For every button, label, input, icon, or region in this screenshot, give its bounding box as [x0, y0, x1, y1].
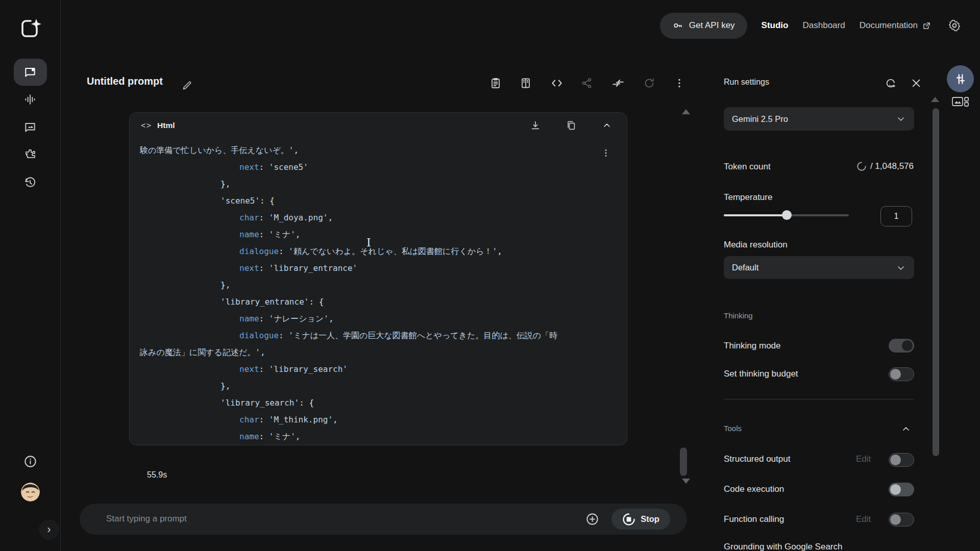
toggle-switch[interactable]	[889, 453, 914, 467]
run-settings-title: Run settings	[724, 78, 769, 87]
setting-label: Structured output	[724, 454, 790, 464]
system-instructions-icon[interactable]	[487, 74, 504, 92]
thinking-section-label: Thinking	[724, 311, 753, 320]
edit-title-icon[interactable]	[178, 77, 195, 94]
temperature-slider[interactable]	[724, 214, 849, 216]
code-line: next: 'library_search'	[130, 361, 627, 378]
setting-label: Set thinking budget	[724, 369, 798, 379]
code-line: 験の準備で忙しいから、手伝えないぞ。',	[130, 142, 627, 159]
code-lang-icon: <>	[141, 121, 152, 130]
code-line: dialogue: '頼んでないわよ。それじゃ、私は図書館に行くから！',	[130, 243, 627, 260]
panel-scrollbar-thumb[interactable]	[933, 108, 939, 456]
info-icon[interactable]	[20, 451, 40, 471]
temperature-slider-thumb[interactable]	[782, 210, 792, 220]
stop-button[interactable]: Stop	[611, 509, 670, 530]
media-resolution-label: Media resolution	[724, 240, 788, 250]
sidebar-item-build[interactable]	[20, 144, 40, 164]
code-line: },	[130, 176, 627, 192]
ai-studio-logo[interactable]	[17, 17, 43, 42]
code-line: 'library_search': {	[130, 394, 627, 411]
main-scrollbar-thumb[interactable]	[680, 447, 687, 476]
media-resolution-value: Default	[732, 263, 896, 272]
settings-gear-icon[interactable]	[946, 17, 963, 34]
text-cursor: I	[366, 236, 371, 249]
more-vertical-icon[interactable]	[671, 74, 688, 92]
media-resolution-select[interactable]: Default	[724, 256, 914, 279]
toggle-switch[interactable]	[889, 367, 914, 381]
code-line: name: 'ミナ',	[130, 428, 627, 445]
tools-section-label: Tools	[724, 424, 742, 433]
code-line: 'library_entrance': {	[130, 293, 627, 310]
code-block[interactable]: 験の準備で忙しいから、手伝えないぞ。',next: 'scene5'},'sce…	[130, 142, 627, 445]
response-more-icon[interactable]	[597, 144, 615, 162]
code-line: name: 'ミナ',	[130, 226, 627, 243]
page-title: Untitled prompt	[87, 76, 163, 87]
stop-label: Stop	[641, 514, 659, 524]
code-line: dialogue: 'ミナは一人、学園の巨大な図書館へとやってきた。目的は、伝説…	[130, 327, 627, 344]
panel-scroll-up-arrow[interactable]	[931, 97, 939, 102]
tools-collapse-icon[interactable]	[897, 420, 915, 438]
run-settings-rail-button[interactable]	[947, 65, 974, 92]
refresh-icon[interactable]	[641, 74, 658, 92]
toggle-switch[interactable]	[889, 483, 914, 496]
run-settings-panel: Run settings Gemini 2.5 Pro Token count …	[710, 0, 935, 551]
setting-label: Thinking mode	[724, 341, 781, 351]
toggle-switch[interactable]	[889, 339, 914, 353]
code-line: 詠みの魔法」に関する記述だ。',	[130, 344, 627, 361]
temperature-value-box[interactable]: 1	[880, 206, 912, 227]
code-lang-label: Html	[157, 121, 175, 130]
ai-studio-app: › Get API key StudioDashboardDocumentati…	[0, 0, 980, 551]
add-attachment-icon[interactable]	[585, 512, 599, 526]
expand-sidebar-button[interactable]: ›	[39, 519, 59, 540]
token-count-value-row: / 1,048,576	[710, 161, 914, 172]
setting-label: Grounding with Google Search	[724, 542, 842, 551]
sidebar-item-history[interactable]	[20, 172, 40, 193]
reset-defaults-icon[interactable]	[882, 74, 899, 92]
code-line: },	[130, 277, 627, 293]
left-sidebar: ›	[0, 0, 61, 551]
notebook-icon[interactable]	[517, 74, 534, 92]
download-icon[interactable]	[527, 117, 544, 134]
code-line: 'scene5': {	[130, 192, 627, 209]
sidebar-item-generate-media[interactable]	[20, 117, 40, 137]
chevron-down-icon	[896, 114, 906, 124]
collapse-chevron-icon[interactable]	[598, 117, 616, 134]
prompt-placeholder: Start typing a prompt	[106, 514, 187, 524]
edit-link[interactable]: Edit	[856, 454, 871, 464]
chevron-down-icon	[896, 263, 906, 273]
code-line: next: 'scene5'	[130, 159, 627, 176]
token-count-value: / 1,048,576	[870, 161, 914, 171]
model-select-value: Gemini 2.5 Pro	[732, 114, 896, 124]
user-avatar[interactable]	[21, 483, 40, 502]
share-icon[interactable]	[578, 74, 596, 92]
prompt-input-bar[interactable]: Start typing a prompt Stop	[80, 504, 687, 535]
setting-label: Function calling	[724, 514, 784, 524]
code-line: },	[130, 378, 627, 394]
setting-label: Code execution	[724, 484, 784, 494]
close-panel-icon[interactable]	[908, 74, 925, 92]
temperature-label: Temperature	[724, 192, 772, 203]
code-line: char: 'M_think.png',	[130, 411, 627, 428]
sidebar-item-chat[interactable]	[20, 62, 40, 82]
stop-spinner-icon	[622, 513, 635, 526]
model-response-card: <> Html 験の準備で忙しいから、手伝えないぞ。',next: 'scene…	[129, 112, 627, 445]
compare-arrows-icon[interactable]	[609, 74, 627, 92]
response-latency: 55.9s	[147, 470, 167, 480]
media-rail-button[interactable]	[952, 96, 969, 109]
copy-icon[interactable]	[562, 117, 580, 134]
code-line: next: 'library_entrance'	[130, 260, 627, 277]
toggle-switch[interactable]	[889, 513, 914, 527]
scroll-up-arrow[interactable]	[682, 109, 690, 114]
code-icon[interactable]	[548, 74, 566, 92]
code-block-header: <> Html	[130, 113, 627, 138]
code-line: name: 'ナレーション',	[130, 310, 627, 327]
sidebar-item-stream[interactable]	[20, 89, 40, 110]
scroll-down-arrow[interactable]	[682, 479, 690, 484]
edit-link[interactable]: Edit	[856, 514, 871, 524]
temperature-value: 1	[894, 212, 899, 221]
model-select[interactable]: Gemini 2.5 Pro	[724, 107, 914, 131]
divider	[724, 399, 914, 399]
token-spinner-icon	[856, 161, 867, 172]
code-line: char: 'M_doya.png',	[130, 209, 627, 226]
